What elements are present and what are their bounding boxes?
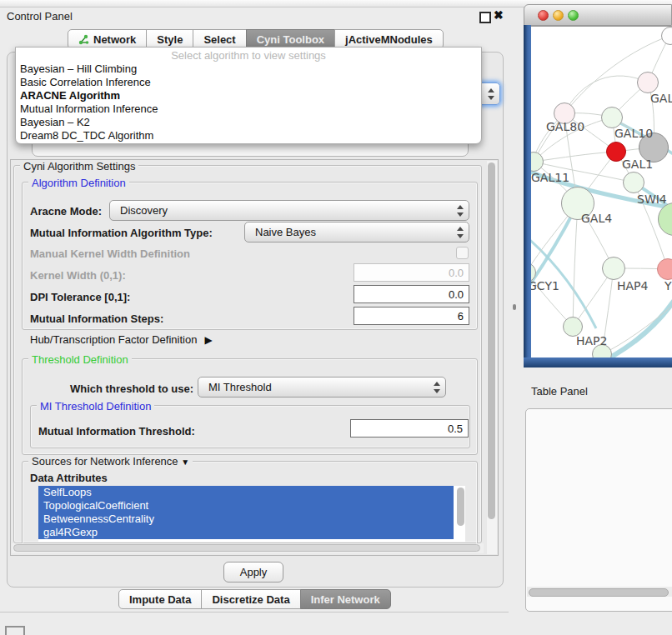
table-hscrollbar[interactable]	[527, 587, 672, 597]
stepper-icon	[488, 88, 494, 100]
stepper-icon	[434, 382, 439, 393]
tab-label: Infer Network	[311, 593, 380, 606]
tab-label: Impute Data	[129, 593, 191, 606]
group-title-algorithm-definition: Algorithm Definition	[28, 177, 129, 189]
node-label-gal4: GAL4	[581, 212, 612, 225]
node-label-gal10: GAL10	[614, 127, 653, 140]
tab-label: Cyni Toolbox	[257, 33, 324, 46]
list-scrollbar[interactable]	[457, 488, 464, 526]
dpi-tolerance-label: DPI Tolerance [0,1]:	[30, 291, 130, 303]
float-panel-icon[interactable]	[479, 12, 491, 23]
aracne-mode-combo[interactable]: Discovery	[109, 200, 469, 221]
network-canvas[interactable]: GAL GAL80 GAL10 GAL1 GAL11 SWI4 GAL4 GCY…	[531, 26, 672, 358]
screen: Control Panel ✖ Network Style Select Cyn…	[0, 0, 672, 635]
data-attributes-label: Data Attributes	[30, 472, 108, 484]
tab-infer-network[interactable]: Infer Network	[300, 589, 391, 609]
list-item-gal4rgexp[interactable]: gal4RGexp	[38, 526, 454, 539]
collapse-arrow-icon[interactable]: ▼	[181, 458, 189, 467]
tab-discretize-data[interactable]: Discretize Data	[201, 589, 300, 609]
network-window-frame-left	[524, 25, 531, 368]
expand-arrow-icon: ▶	[204, 334, 212, 346]
aracne-mode-label: Aracne Mode:	[30, 205, 102, 218]
combo-value: Discovery	[120, 204, 168, 217]
settings-vscrollbar-thumb[interactable]	[488, 162, 495, 519]
combo-value: MI Threshold	[208, 381, 272, 393]
kernel-width-field[interactable]: 0.0	[354, 263, 469, 282]
network-node-gal10[interactable]	[601, 107, 623, 128]
splitter-handle[interactable]	[513, 304, 516, 310]
popup-item-mutual-information[interactable]: Mutual Information Inference	[16, 102, 481, 116]
popup-item-bayesian-k2[interactable]: Bayesian – K2	[16, 116, 481, 129]
popup-item-bayesian-hill-climbing[interactable]: Bayesian – Hill Climbing	[16, 62, 481, 76]
dpi-tolerance-field[interactable]: 0.0	[354, 285, 469, 303]
group-title-cyni-settings: Cyni Algorithm Settings	[20, 160, 138, 172]
table-panel-title: Table Panel	[531, 385, 588, 398]
mi-steps-field[interactable]: 6	[354, 307, 469, 325]
network-window-titlebar[interactable]	[524, 4, 672, 26]
node-label-gal: GAL	[650, 92, 672, 105]
algorithm-dropdown-popup: Select algorithm to view settings Bayesi…	[15, 47, 482, 144]
apply-button[interactable]: Apply	[223, 562, 283, 582]
which-threshold-combo[interactable]: MI Threshold	[198, 377, 446, 398]
group-title-sources: Sources for Network Inference ▼	[28, 455, 193, 468]
tab-label: Discretize Data	[212, 593, 289, 606]
popup-item-dream8[interactable]: Dream8 DC_TDC Algorithm	[16, 129, 481, 142]
which-threshold-label: Which threshold to use:	[70, 382, 193, 395]
list-item-topologicalcoefficient[interactable]: TopologicalCoefficient	[38, 499, 454, 512]
network-node-swi4[interactable]	[623, 172, 644, 193]
tab-label: Style	[157, 33, 183, 46]
popup-prompt: Select algorithm to view settings	[16, 49, 481, 62]
minimize-window-icon[interactable]	[553, 10, 564, 21]
control-panel-title: Control Panel	[7, 10, 73, 22]
stepper-icon	[457, 227, 463, 238]
manual-kernel-label: Manual Kernel Width Definition	[30, 248, 190, 260]
data-attributes-list: SelfLoops TopologicalCoefficient Between…	[38, 486, 465, 542]
network-window-frame-bottom	[524, 358, 672, 368]
tab-label: Select	[203, 33, 235, 46]
mi-algorithm-type-combo[interactable]: Naive Bayes	[244, 222, 469, 242]
popup-item-basic-correlation[interactable]: Basic Correlation Inference	[16, 76, 481, 89]
network-node-hap4[interactable]	[602, 257, 625, 280]
node-label-gal1: GAL1	[622, 158, 653, 171]
mi-steps-label: Mutual Information Steps:	[30, 312, 163, 325]
node-label-hap2: HAP2	[576, 334, 607, 348]
popup-item-aracne[interactable]: ARACNE Algorithm	[16, 89, 481, 102]
bottom-tabs: Impute Data Discretize Data Infer Networ…	[118, 589, 391, 609]
manual-kernel-checkbox[interactable]	[456, 247, 469, 259]
group-title-threshold-definition: Threshold Definition	[28, 353, 132, 366]
node-label-swi4: SWI4	[637, 192, 667, 206]
node-label-gal80: GAL80	[546, 120, 584, 133]
node-label-gcy1: GCY1	[531, 279, 559, 292]
hub-definition-label: Hub/Transcription Factor Definition	[30, 333, 197, 346]
docked-panel-icon[interactable]	[5, 626, 25, 635]
tab-label: jActiveMNodules	[345, 33, 433, 46]
sources-title-text: Sources for Network Inference	[32, 455, 178, 468]
node-label-y-partial: Y	[664, 279, 672, 292]
mi-algorithm-type-label: Mutual Information Algorithm Type:	[30, 227, 213, 239]
mi-threshold-field[interactable]: 0.5	[350, 419, 469, 438]
network-icon	[78, 34, 89, 45]
network-node-gal-partial[interactable]	[637, 72, 659, 93]
group-title-mi-threshold: MI Threshold Definition	[37, 400, 154, 412]
hub-definition-toggle[interactable]: Hub/Transcription Factor Definition ▶	[30, 333, 213, 346]
combo-value: Naive Bayes	[255, 226, 316, 238]
mi-threshold-label: Mutual Information Threshold:	[38, 425, 195, 438]
list-item-selfloops[interactable]: SelfLoops	[38, 486, 454, 499]
node-label-hap4: HAP4	[617, 279, 648, 292]
node-label-gal11: GAL11	[531, 171, 569, 184]
tab-impute-data[interactable]: Impute Data	[118, 589, 202, 609]
close-panel-icon[interactable]: ✖	[494, 8, 504, 22]
table-panel	[525, 408, 672, 612]
tab-label: Network	[93, 33, 136, 46]
kernel-width-label: Kernel Width (0,1):	[30, 269, 126, 282]
list-item-betweennesscentrality[interactable]: BetweennessCentrality	[38, 512, 454, 526]
settings-hscrollbar-thumb[interactable]	[13, 544, 480, 552]
zoom-window-icon[interactable]	[568, 10, 579, 21]
close-window-icon[interactable]	[538, 10, 549, 21]
table-hscrollbar-thumb[interactable]	[529, 588, 669, 597]
control-panel-divider	[0, 612, 509, 612]
stepper-icon	[457, 205, 463, 217]
